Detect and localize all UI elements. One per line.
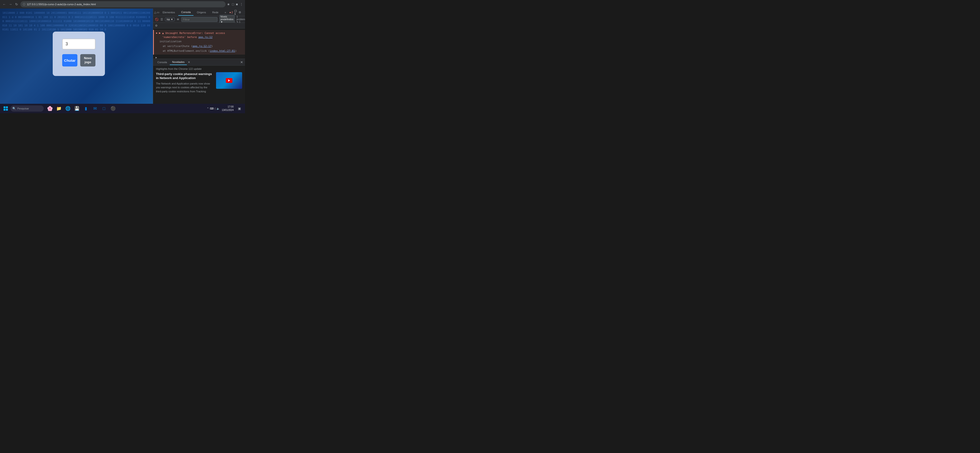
taskbar-app-mail[interactable]: ✉ [91,104,99,113]
bookmark-icon[interactable]: ★ [227,2,230,6]
time-display: 17:00 [222,105,234,108]
taskbar-app-explorer[interactable]: 🌸 [46,104,54,113]
search-icon: 🔍 [12,107,16,110]
error-label: ▲ Uncaught ReferenceError: Cannot access… [162,32,225,39]
bottom-tab-novidades[interactable]: Novidades [170,59,187,65]
taskbar-app-chrome[interactable]: ⚫ [109,104,117,113]
expand-arrow[interactable]: ► [153,55,245,59]
close-bottom-panel[interactable]: ✕ [240,60,243,64]
news-item: Third-party cookie phaseout warnings in … [156,72,242,93]
error-file-link[interactable]: app.js:12 [198,36,213,39]
devtools-more-icon[interactable]: ⋮ [243,10,245,14]
bottom-panel: Consola Novidades ✕ ✕ Highlights from th… [153,59,245,104]
devtools-inspect-icon[interactable]: △ [154,11,156,14]
error-message-text: ▲ Uncaught ReferenceError: Cannot access… [162,31,243,39]
toolbar-right: ★ □ ■ ⋮ [227,2,243,6]
console-toolbar: 🚫 ☰ top ▼ 👁 Níveis predefinidos ▼ 1 prob… [153,16,245,23]
novo-jogo-line2: jogo [84,60,91,64]
browser-window: ← → ↻ ⓘ 127.0.0.1:5501/js-curso-2-aula1/… [0,0,245,113]
tray-chevron[interactable]: ⌃ [207,107,209,110]
url-text: 127.0.0.1:5501/js-curso-2-aula1/js-curso… [27,3,223,6]
taskbar-search[interactable]: 🔍 Pesquisar [10,105,44,111]
news-desc: The Network and Application panels now s… [156,82,213,94]
bottom-tab-consola[interactable]: Consola [155,59,169,65]
taskbar-app-files2[interactable]: 💾 [73,104,81,113]
settings-gear-icon[interactable]: ⚙ [155,24,158,27]
keyboard-icon: ⌨ [210,107,214,110]
devtools-settings-icon[interactable]: ⚙ [238,10,242,14]
taskbar-app-files[interactable]: 📁 [55,104,63,113]
back-button[interactable]: ← [2,2,6,6]
tab-rede[interactable]: Rede [209,9,221,16]
system-clock[interactable]: 17:00 13/01/2024 [222,105,234,112]
play-button[interactable] [226,78,232,83]
news-content: Highlights from the Chrome 122 update Th… [153,65,245,104]
profile-icon[interactable]: □ [232,2,234,6]
tab-elementos[interactable]: Elementos [160,9,178,16]
tab-consola[interactable]: Consola [178,9,194,16]
extension-icon[interactable]: ■ [236,2,238,6]
stack-trace: initialization at verificarChute (app.js… [156,39,243,53]
tab-origens[interactable]: Origens [194,9,209,16]
console-clear-icon[interactable]: 🚫 [155,18,159,21]
expand-icon[interactable]: ► [158,31,161,35]
stack-line-1: initialization at verificarChute (app.js… [159,39,243,53]
nivel-label: Níveis predefinidos [221,16,233,21]
error-entry-1: ● ► ▲ Uncaught ReferenceError: Cannot ac… [153,30,245,55]
console-content: ● ► ▲ Uncaught ReferenceError: Cannot ac… [153,29,245,59]
taskbar-right: ⌃ ⌨ 〈 🔈 17:00 13/01/2024 ▣ [207,105,243,112]
tab-more[interactable]: » [222,9,229,16]
devtools-panel: △ ▭ Elementos Consola Origens Rede » ● [153,8,245,104]
start-button[interactable] [2,105,10,112]
taskbar-icons: 🌸 📁 🌐 💾 ▮ ✉ □ ⚫ [46,104,117,113]
news-thumbnail[interactable] [216,72,242,89]
warn-count: ▢ 1 [234,9,237,15]
app-js-link[interactable]: app.js:12:17 [192,45,211,48]
network-icon: 〈 [215,107,216,110]
volume-icon: 🔈 [216,107,220,110]
news-title: Third-party cookie phaseout warnings in … [156,72,213,80]
devtools-device-icon[interactable]: ▭ [157,11,159,14]
browser-toolbar: ← → ↻ ⓘ 127.0.0.1:5501/js-curso-2-aula1/… [0,0,245,8]
game-background: 10110000 2 000 0101 1000000 10 201100000… [0,8,153,104]
chutar-button[interactable]: Chutar [62,54,77,67]
forward-button[interactable]: → [8,2,13,6]
problem-count: 1 problema: ✎ 1 [237,16,245,23]
novo-jogo-button[interactable]: Novo jogo [80,54,95,67]
nivel-dropdown[interactable]: Níveis predefinidos ▼ [220,15,235,24]
system-tray: ⌃ ⌨ 〈 🔈 [207,107,220,110]
error-count: ● 2 [229,11,233,14]
visibility-icon[interactable]: 👁 [177,18,180,21]
error-line: ● ► ▲ Uncaught ReferenceError: Cannot ac… [156,31,243,39]
index-html-link[interactable]: index.html:27:81 [210,49,235,52]
novo-jogo-line1: Novo [84,56,92,60]
console-filter-icon[interactable]: ☰ [161,18,163,21]
taskbar-app-vscode[interactable]: □ [100,104,108,113]
bottom-panel-tabs: Consola Novidades ✕ ✕ [153,59,245,65]
devtools-tab-icons: ● 2 ▢ 1 ⚙ ⋮ ✕ [229,9,245,15]
windows-logo [3,106,8,111]
guess-input[interactable] [62,39,95,49]
settings-row: ⚙ [153,23,245,29]
taskbar-app-edge[interactable]: 🌐 [64,104,72,113]
address-bar[interactable]: ⓘ 127.0.0.1:5501/js-curso-2-aula1/js-cur… [21,1,226,7]
taskbar-app-store[interactable]: ▮ [82,104,90,113]
reload-button[interactable]: ↻ [14,2,19,6]
more-menu-icon[interactable]: ⋮ [240,2,243,6]
taskbar: 🔍 Pesquisar 🌸 📁 🌐 💾 ▮ ✉ □ [0,104,245,113]
notification-button[interactable]: ▣ [235,105,243,112]
top-context-selector[interactable]: top ▼ [165,17,175,21]
play-triangle-icon [228,79,230,82]
browser-content: 10110000 2 000 0101 1000000 10 201100000… [0,8,245,104]
error-icon: ● [156,31,158,35]
button-row: Chutar Novo jogo [62,54,95,67]
close-novidades-tab[interactable]: ✕ [188,60,190,64]
search-label: Pesquisar [18,107,29,110]
date-display: 13/01/2024 [222,108,234,112]
lock-icon: ⓘ [23,3,25,6]
news-header: Highlights from the Chrome 122 update [156,67,242,70]
news-text-area: Third-party cookie phaseout warnings in … [156,72,213,93]
filter-input[interactable] [181,17,218,22]
top-label: top [167,18,170,21]
game-area: 10110000 2 000 0101 1000000 10 201100000… [0,8,153,104]
